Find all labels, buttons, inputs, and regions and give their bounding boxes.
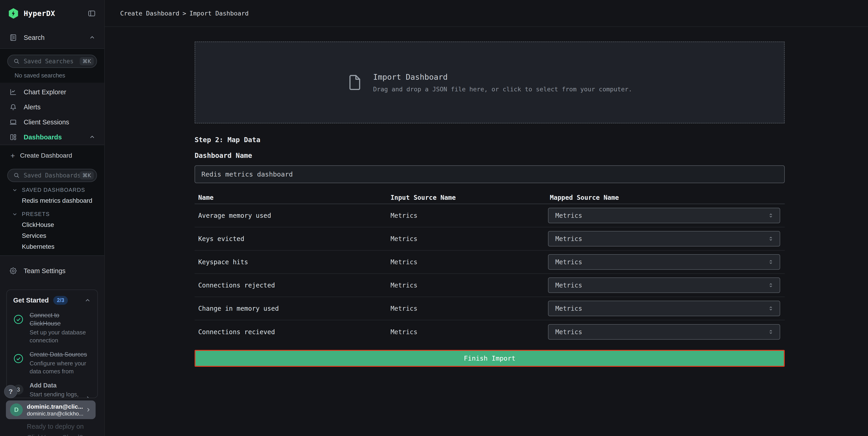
get-started-step-add-data[interactable]: 3 Add Data Start sending logs, metrics, …	[13, 381, 91, 398]
create-dashboard-label: Create Dashboard	[20, 152, 72, 159]
sidebar-nav: Chart Explorer Alerts Client Sessions Da…	[0, 83, 104, 145]
table-row: Change in memory used Metrics Metrics	[194, 297, 785, 320]
mapped-source-select[interactable]: Metrics	[548, 254, 780, 270]
row-input-source: Metrics	[387, 212, 546, 220]
user-name: dominic.tran@clic...	[27, 403, 81, 410]
row-name: Connections rejected	[194, 282, 387, 289]
hyperdx-logo-icon	[8, 8, 19, 19]
column-header-mapped-source: Mapped Source Name	[546, 194, 785, 201]
check-circle-icon	[13, 311, 24, 327]
table-row: Connections rejected Metrics Metrics	[194, 274, 785, 297]
sidebar-collapse-icon[interactable]	[87, 9, 96, 18]
dashboard-name-label: Dashboard Name	[194, 151, 785, 160]
section-label: SAVED DASHBOARDS	[22, 186, 85, 194]
saved-dashboard-item[interactable]: Redis metrics dashboard	[22, 197, 104, 204]
sidebar-item-team-settings[interactable]: Team Settings	[0, 264, 104, 277]
dropzone-title: Import Dashboard	[373, 72, 632, 82]
arrow-right-icon	[83, 395, 91, 398]
sidebar-item-client-sessions[interactable]: Client Sessions	[0, 115, 104, 129]
dashboards-subpanel: + Create Dashboard ⌘K SAVED DASHBOARDS R…	[0, 145, 104, 256]
mapped-source-select[interactable]: Metrics	[548, 278, 780, 293]
row-name: Keyspace hits	[194, 258, 387, 266]
select-chevrons-icon	[767, 305, 774, 312]
sidebar-item-label: Chart Explorer	[24, 88, 66, 96]
sidebar-item-label: Search	[24, 34, 44, 41]
chevron-up-icon[interactable]	[89, 134, 96, 141]
table-header-row: Name Input Source Name Mapped Source Nam…	[194, 191, 785, 204]
get-started-step-connect[interactable]: Connect to ClickHouse Set up your databa…	[13, 311, 91, 344]
saved-searches-searchbox[interactable]: ⌘K	[7, 55, 97, 68]
user-account-button[interactable]: D dominic.tran@clic... dominic.tran@clic…	[6, 401, 96, 419]
dashboard-name-input[interactable]	[194, 165, 785, 183]
select-chevrons-icon	[767, 235, 774, 242]
selected-value: Metrics	[555, 258, 767, 266]
shortcut-badge: ⌘K	[80, 57, 94, 65]
table-row: Keyspace hits Metrics Metrics	[194, 251, 785, 274]
select-chevrons-icon	[767, 212, 774, 219]
step-title: Create Data Sources	[30, 350, 91, 358]
saved-searches-input[interactable]	[24, 58, 80, 65]
topbar: Create Dashboard>Import Dashboard	[105, 0, 868, 27]
mapped-source-select[interactable]: Metrics	[548, 301, 780, 316]
presets-section-header[interactable]: PRESETS	[12, 211, 104, 217]
promo-line-2: ClickHouse Cloud?	[27, 432, 84, 436]
saved-dashboards-input[interactable]	[24, 172, 80, 179]
create-dashboard-button[interactable]: + Create Dashboard	[0, 148, 104, 163]
plus-icon: +	[8, 151, 17, 160]
row-name: Average memory used	[194, 212, 387, 220]
step-heading: Step 2: Map Data	[194, 135, 785, 144]
selected-value: Metrics	[555, 328, 767, 336]
preset-item-clickhouse[interactable]: ClickHouse	[22, 221, 104, 229]
sidebar-item-dashboards[interactable]: Dashboards	[0, 129, 104, 145]
import-dropzone[interactable]: Import Dashboard Drag and drop a JSON fi…	[194, 41, 785, 123]
search-icon	[13, 172, 20, 179]
chart-line-icon	[9, 88, 18, 96]
bell-icon	[9, 103, 18, 111]
preset-item-kubernetes[interactable]: Kubernetes	[22, 243, 104, 250]
table-row: Average memory used Metrics Metrics	[194, 204, 785, 227]
chevron-up-icon[interactable]	[84, 297, 91, 304]
mapped-source-select[interactable]: Metrics	[548, 208, 780, 223]
step-title: Connect to ClickHouse	[30, 311, 91, 327]
breadcrumb-separator: >	[183, 10, 186, 17]
get-started-step-sources[interactable]: Create Data Sources Configure where your…	[13, 350, 91, 375]
step-title: Add Data	[30, 381, 91, 389]
column-header-input-source: Input Source Name	[387, 194, 546, 201]
section-label: PRESETS	[22, 211, 50, 217]
row-name: Connections recieved	[194, 328, 387, 336]
file-icon	[347, 74, 362, 91]
saved-dashboards-section-header[interactable]: SAVED DASHBOARDS	[12, 186, 104, 194]
selected-value: Metrics	[555, 235, 767, 242]
get-started-card: Get Started 2/3 Connect to ClickHouse Se…	[6, 290, 98, 398]
chevron-up-icon[interactable]	[89, 34, 96, 41]
row-input-source: Metrics	[387, 235, 546, 242]
sidebar-item-chart-explorer[interactable]: Chart Explorer	[0, 85, 104, 99]
sidebar: HyperDX Search ⌘K No saved searches Char	[0, 0, 105, 436]
mapped-source-select[interactable]: Metrics	[548, 324, 780, 340]
get-started-title: Get Started	[13, 297, 49, 304]
sidebar-item-label: Alerts	[24, 104, 40, 111]
dropzone-subtitle: Drag and drop a JSON file here, or click…	[373, 86, 632, 93]
sidebar-item-label: Client Sessions	[24, 118, 69, 126]
breadcrumb-parent[interactable]: Create Dashboard	[120, 10, 179, 17]
help-button[interactable]: ?	[4, 385, 17, 398]
row-name: Keys evicted	[194, 235, 387, 242]
table-row: Keys evicted Metrics Metrics	[194, 227, 785, 251]
column-header-name: Name	[194, 194, 387, 201]
step-desc: Set up your database connection	[30, 328, 91, 344]
mapped-source-select[interactable]: Metrics	[548, 231, 780, 246]
preset-item-services[interactable]: Services	[22, 232, 104, 239]
main-area: Import Dashboard Drag and drop a JSON fi…	[105, 27, 868, 436]
sidebar-item-search[interactable]: Search	[0, 27, 104, 48]
user-email: dominic.tran@clickho...	[27, 410, 81, 417]
step-desc: Start sending logs, metrics, or traces	[30, 390, 91, 398]
clickhouse-cloud-promo: Ready to deploy on ClickHouse Cloud?	[27, 421, 84, 436]
finish-import-button[interactable]: Finish Import	[194, 350, 785, 367]
search-icon	[13, 58, 20, 65]
saved-dashboards-searchbox[interactable]: ⌘K	[7, 169, 97, 182]
sidebar-item-label: Dashboards	[24, 134, 62, 141]
select-chevrons-icon	[767, 282, 774, 289]
sidebar-item-alerts[interactable]: Alerts	[0, 99, 104, 115]
row-name: Change in memory used	[194, 305, 387, 312]
gear-icon	[9, 267, 18, 275]
